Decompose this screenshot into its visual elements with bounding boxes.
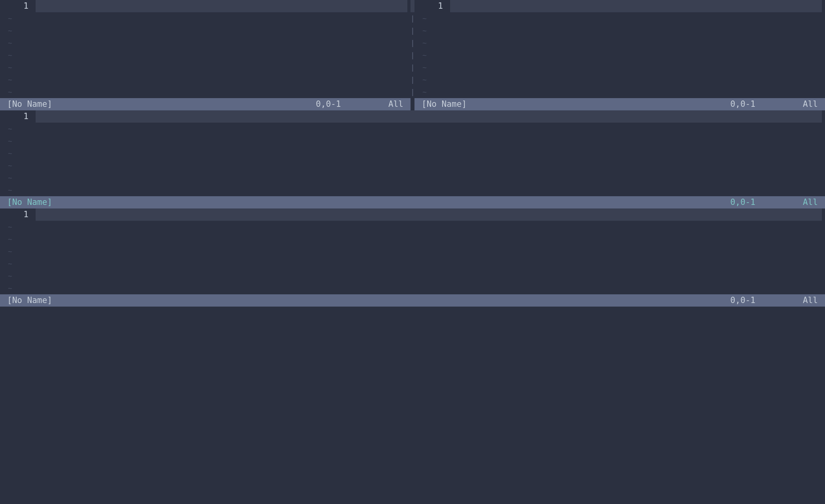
empty-line-tilde: ~	[0, 245, 36, 258]
line-number: 1	[414, 0, 450, 12]
buffer-name: [No Name]	[7, 98, 52, 110]
empty-line-tilde: ~	[414, 61, 450, 74]
buffer-line[interactable]: 1	[414, 0, 825, 12]
empty-line-tilde: ~	[0, 61, 36, 74]
buffer-name: [No Name]	[7, 196, 52, 208]
empty-line-tilde: ~	[0, 172, 36, 184]
line-number: 1	[0, 0, 36, 12]
pane-top-right[interactable]: 1 ~ ~ ~ ~ ~ ~ ~ [No Name] 0,0-1 All	[414, 0, 825, 110]
cursor-position: 0,0-1	[730, 98, 803, 110]
status-line-middle-active: [No Name] 0,0-1 All	[0, 196, 825, 208]
empty-line-tilde: ~	[0, 12, 36, 25]
command-line[interactable]	[0, 307, 825, 331]
cursor-position: 0,0-1	[730, 196, 803, 208]
empty-line-tilde: ~	[0, 37, 36, 49]
text-content[interactable]	[36, 110, 822, 123]
empty-line-tilde: ~	[0, 147, 36, 159]
empty-line-tilde: ~	[0, 221, 36, 233]
empty-line-tilde: ~	[0, 233, 36, 245]
text-content[interactable]	[36, 208, 822, 221]
cursor-position: 0,0-1	[730, 294, 803, 307]
empty-line-tilde: ~	[414, 37, 450, 49]
vim-editor: 1 ~ ~ ~ ~ ~ ~ ~ [No Name] 0,0-1 All | | …	[0, 0, 825, 504]
empty-line-tilde: ~	[0, 159, 36, 172]
buffer-line[interactable]: 1	[0, 110, 825, 123]
text-content[interactable]	[36, 0, 407, 12]
vertical-split-border[interactable]: | | | | | | |	[411, 0, 414, 110]
scroll-indicator: All	[803, 98, 818, 110]
scroll-indicator: All	[388, 98, 403, 110]
empty-line-tilde: ~	[0, 25, 36, 37]
cursor-position: 0,0-1	[316, 98, 388, 110]
empty-line-tilde: ~	[414, 25, 450, 37]
line-number: 1	[0, 110, 36, 123]
top-split-row: 1 ~ ~ ~ ~ ~ ~ ~ [No Name] 0,0-1 All | | …	[0, 0, 825, 110]
buffer-line[interactable]: 1	[0, 0, 411, 12]
status-line-top-left: [No Name] 0,0-1 All	[0, 98, 411, 110]
empty-line-tilde: ~	[0, 86, 36, 98]
pane-middle[interactable]: 1 ~ ~ ~ ~ ~ ~ [No Name] 0,0-1 All	[0, 110, 825, 208]
line-number: 1	[0, 208, 36, 221]
buffer-name: [No Name]	[422, 98, 467, 110]
pane-top-left[interactable]: 1 ~ ~ ~ ~ ~ ~ ~ [No Name] 0,0-1 All	[0, 0, 411, 110]
empty-line-tilde: ~	[0, 270, 36, 282]
buffer-line[interactable]: 1	[0, 208, 825, 221]
status-line-bottom: [No Name] 0,0-1 All	[0, 294, 825, 307]
buffer-name: [No Name]	[7, 294, 52, 307]
empty-line-tilde: ~	[0, 49, 36, 61]
empty-line-tilde: ~	[414, 12, 450, 25]
empty-line-tilde: ~	[0, 135, 36, 147]
empty-line-tilde: ~	[414, 86, 450, 98]
empty-line-tilde: ~	[0, 74, 36, 86]
scroll-indicator: All	[803, 196, 818, 208]
empty-line-tilde: ~	[0, 123, 36, 135]
text-content[interactable]	[450, 0, 822, 12]
scroll-indicator: All	[803, 294, 818, 307]
status-line-top-right: [No Name] 0,0-1 All	[414, 98, 825, 110]
pane-bottom[interactable]: 1 ~ ~ ~ ~ ~ ~ [No Name] 0,0-1 All	[0, 208, 825, 307]
empty-line-tilde: ~	[0, 282, 36, 294]
empty-line-tilde: ~	[0, 184, 36, 196]
empty-line-tilde: ~	[414, 49, 450, 61]
empty-line-tilde: ~	[414, 74, 450, 86]
empty-line-tilde: ~	[0, 258, 36, 270]
